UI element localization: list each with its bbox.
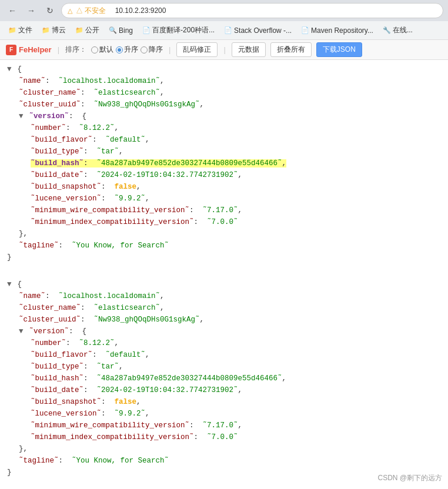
- block2-min-wire: ˜minimum_wire_compatibility_version˜: ˜7…: [7, 420, 441, 431]
- fehelper-logo: F FeHelper: [6, 45, 52, 55]
- block2-build-date: ˜build_date˜: ˜2024-02-19T10:04:32.77427…: [7, 384, 441, 396]
- collapse-btn-version-2[interactable]: ▼: [19, 326, 25, 337]
- block2-version-key: ▼ ˜version˜: {: [7, 326, 441, 337]
- stackoverflow-label: Stack Overflow -...: [234, 26, 292, 35]
- block1-tagline: ˜tagline˜: ˜You Know, for Search˜: [7, 240, 441, 252]
- block2-number: ˜number˜: ˜8.12.2˜,: [7, 337, 441, 349]
- block1-build-date: ˜build_date˜: ˜2024-02-19T10:04:32.77427…: [7, 169, 441, 181]
- separator-3: |: [223, 45, 225, 54]
- meta-button[interactable]: 元数据: [232, 42, 266, 57]
- block-spacer: [7, 269, 441, 279]
- collapse-all-button[interactable]: 折叠所有: [270, 42, 312, 57]
- block2-close: }: [7, 467, 441, 478]
- sort-default-radio[interactable]: 默认: [91, 45, 113, 55]
- forward-button[interactable]: →: [24, 3, 39, 18]
- block1-cluster-uuid: ˜cluster_uuid˜: ˜Nw938_ghQOqDHs0G1sgkAg˜…: [7, 99, 441, 110]
- json-block-1: ▼ { ˜name˜: ˜localhost.localdomain˜, ˜cl…: [7, 63, 441, 263]
- reload-button[interactable]: ↻: [42, 3, 58, 18]
- block1-cluster-name: ˜cluster_name˜: ˜elasticsearch˜,: [7, 87, 441, 99]
- fehelper-logo-icon: F: [6, 45, 16, 55]
- tool-icon: 🔧: [383, 26, 391, 34]
- block1-version-key: ▼ ˜version˜: {: [7, 110, 441, 122]
- json-content-area[interactable]: ▼ { ˜name˜: ˜localhost.localdomain˜, ˜cl…: [0, 60, 448, 489]
- block2-cluster-name: ˜cluster_name˜: ˜elasticsearch˜,: [7, 302, 441, 314]
- block2-lucene: ˜lucene_version˜: ˜9.9.2˜,: [7, 408, 441, 420]
- block1-version-close: },: [7, 228, 441, 240]
- folder-icon: 📁: [8, 26, 16, 34]
- collapse-btn-2[interactable]: ▼: [7, 279, 13, 290]
- sort-desc-radio[interactable]: 降序: [141, 45, 163, 55]
- radio-dot-default: [91, 46, 98, 53]
- block2-build-type: ˜build_type˜: ˜tar˜,: [7, 361, 441, 373]
- block1-build-hash: ˜build_hash˜: ˜48a287ab9497e852de3032744…: [7, 158, 441, 169]
- address-bar[interactable]: △ △ 不安全 10.10.2.23:9200: [61, 3, 443, 18]
- browser-titlebar: ← → ↻ △ △ 不安全 10.10.2.23:9200: [0, 0, 448, 21]
- download-json-button[interactable]: 下载JSON: [316, 42, 362, 57]
- block1-min-wire: ˜minimum_wire_compatibility_version˜: ˜7…: [7, 205, 441, 216]
- collapse-btn-1[interactable]: ▼: [7, 63, 13, 75]
- block2-build-snapshot: ˜build_snapshot˜: false,: [7, 396, 441, 408]
- block2-cluster-uuid: ˜cluster_uuid˜: ˜Nw938_ghQOqDHs0G1sgkAg˜…: [7, 314, 441, 326]
- block1-build-flavor: ˜build_flavor˜: ˜default˜,: [7, 134, 441, 146]
- fehelper-brand: FeHelper: [19, 45, 52, 54]
- search-icon: 🔍: [109, 26, 117, 34]
- watermark: CSDN @剩下的远方: [377, 473, 442, 483]
- block1-close: }: [7, 252, 441, 263]
- bookmark-online[interactable]: 🔧 在线...: [379, 24, 416, 36]
- block2-build-flavor: ˜build_flavor˜: ˜default˜,: [7, 349, 441, 361]
- block1-open: ▼ {: [7, 63, 441, 75]
- block2-build-hash: ˜build_hash˜: ˜48a287ab9497e852de3032744…: [7, 373, 441, 384]
- radio-dot-asc: [116, 46, 123, 53]
- sort-radio-group: 默认 升序 降序: [91, 45, 163, 55]
- page-icon: 📄: [142, 26, 151, 34]
- sort-asc-radio[interactable]: 升序: [116, 45, 138, 55]
- radio-dot-desc: [141, 46, 148, 53]
- insecure-label: △ 不安全: [76, 6, 106, 16]
- block1-build-snapshot: ˜build_snapshot˜: false,: [7, 181, 441, 193]
- block2-open: ▼ {: [7, 279, 441, 290]
- block1-min-index: ˜minimum_index_compatibility_version˜: ˜…: [7, 216, 441, 228]
- url-display: 10.10.2.23:9200: [115, 6, 166, 15]
- json-block-2: ▼ { ˜name˜: ˜localhost.localdomain˜, ˜cl…: [7, 279, 441, 478]
- bookmark-public[interactable]: 📁 公开: [72, 24, 103, 36]
- bookmarks-bar: 📁 文件 📁 博云 📁 公开 🔍 Bing 📄 百度翻译-200种语... 📄 …: [0, 21, 448, 40]
- block1-name: ˜name˜: ˜localhost.localdomain˜,: [7, 75, 441, 87]
- collapse-btn-version[interactable]: ▼: [19, 110, 25, 122]
- bookmark-maven[interactable]: 📄 Maven Repository...: [297, 25, 377, 36]
- bookmark-baidu[interactable]: 📄 百度翻译-200种语...: [139, 24, 218, 36]
- encode-fix-button[interactable]: 乱码修正: [176, 42, 218, 57]
- block2-tagline: ˜tagline˜: ˜You Know, for Search˜: [7, 455, 441, 467]
- block1-lucene: ˜lucene_version˜: ˜9.9.2˜,: [7, 193, 441, 205]
- sort-label: 排序：: [65, 45, 86, 55]
- block1-build-type: ˜build_type˜: ˜tar˜,: [7, 146, 441, 158]
- page-icon-2: 📄: [224, 26, 232, 34]
- insecure-icon: △: [68, 7, 72, 15]
- back-button[interactable]: ←: [5, 3, 20, 18]
- block2-min-index: ˜minimum_index_compatibility_version˜: ˜…: [7, 431, 441, 443]
- block2-name: ˜name˜: ˜localhost.localdomain˜,: [7, 290, 441, 302]
- folder-icon-3: 📁: [75, 26, 83, 34]
- bookmark-boyun[interactable]: 📁 博云: [38, 24, 69, 36]
- folder-icon-2: 📁: [42, 26, 50, 34]
- block1-number: ˜number˜: ˜8.12.2˜,: [7, 122, 441, 134]
- bookmark-stackoverflow[interactable]: 📄 Stack Overflow -...: [220, 25, 295, 36]
- separator-2: |: [169, 45, 170, 54]
- fehelper-toolbar: F FeHelper | 排序： 默认 升序 降序 | 乱码修正 | 元数据 折…: [0, 40, 448, 60]
- bookmark-file[interactable]: 📁 文件: [5, 24, 36, 36]
- page-icon-3: 📄: [301, 26, 309, 34]
- block2-version-close: },: [7, 443, 441, 455]
- bookmark-bing[interactable]: 🔍 Bing: [105, 25, 136, 36]
- separator-1: |: [58, 45, 59, 54]
